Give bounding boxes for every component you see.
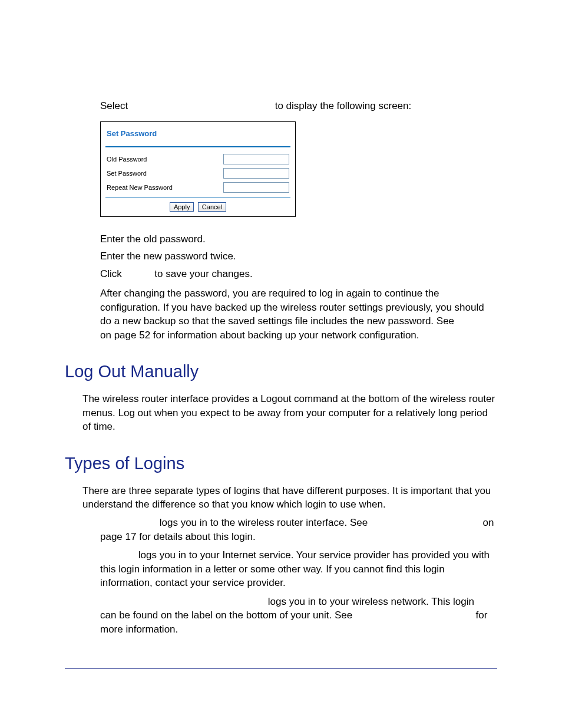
step-3: Click to save your changes. [100,267,497,281]
panel-button-row: Apply Cancel [105,200,290,213]
field-label: Repeat New Password [107,184,223,191]
step-1: Enter the old password. [100,232,497,246]
after-change-note: After changing the password, you are req… [100,286,497,342]
heading-log-out-manually: Log Out Manually [65,362,497,381]
login-type-router: logs you in to the wireless router inter… [100,516,497,543]
document-page: Select to display the following screen: … [0,0,562,728]
panel-title: Set Password [105,127,290,146]
login-type-wireless: logs you in to your wireless network. Th… [100,595,497,636]
field-repeat-password: Repeat New Password [105,180,290,195]
field-label: Set Password [107,170,223,177]
intro-after: to display the following screen: [275,100,412,111]
old-password-input[interactable] [223,154,289,164]
login-type-isp: logs you in to your Internet service. Yo… [100,548,497,589]
field-label: Old Password [107,156,223,163]
cancel-button[interactable]: Cancel [198,202,226,212]
apply-button[interactable]: Apply [170,202,194,212]
heading-types-of-logins: Types of Logins [65,454,497,473]
types-intro: There are three separate types of logins… [82,484,497,512]
step-2: Enter the new password twice. [100,249,497,263]
field-set-password: Set Password [105,166,290,180]
set-password-panel: Set Password Old Password Set Password R… [100,121,296,217]
instruction-steps: Enter the old password. Enter the new pa… [100,232,497,342]
intro-line: Select to display the following screen: [100,100,497,112]
logout-paragraph: The wireless router interface provides a… [82,392,497,433]
footer-divider [65,668,497,669]
intro-before: Select [100,100,128,111]
set-password-input[interactable] [223,168,289,179]
field-old-password: Old Password [105,152,290,166]
repeat-password-input[interactable] [223,182,289,193]
